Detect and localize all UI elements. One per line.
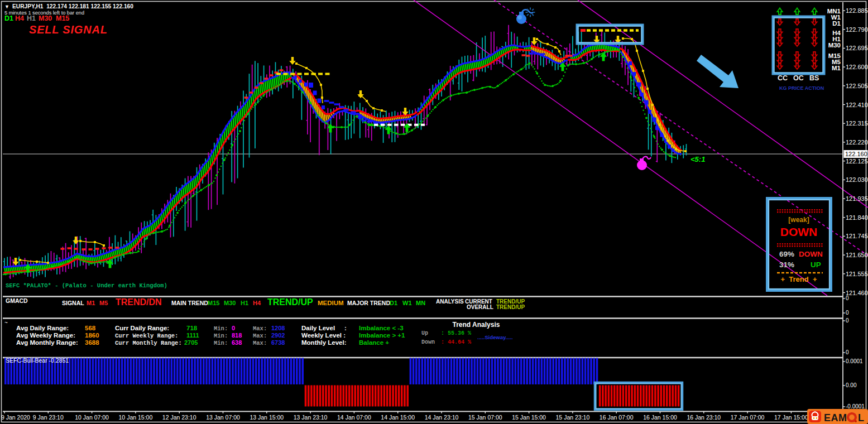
svg-text:Max:: Max: [253,340,267,346]
svg-text:SEFC-Bull-Bear -0.2851: SEFC-Bull-Bear -0.2851 [6,357,69,364]
svg-text:DOWN: DOWN [799,250,823,258]
svg-text:TREND/DN: TREND/DN [116,297,162,307]
svg-text:L: L [858,412,864,423]
svg-text:15 Jan 23:10: 15 Jan 23:10 [556,414,590,421]
svg-text:Balance +: Balance + [359,339,389,346]
svg-text:15 Jan 07:00: 15 Jan 07:00 [468,414,502,421]
svg-text:122.600: 122.600 [846,64,868,70]
svg-text:818: 818 [232,332,242,339]
svg-text:121.555: 121.555 [846,271,868,277]
svg-text:EURJPY,H1 122.174 122.181 122: EURJPY,H1 122.174 122.181 122.155 122.16… [12,3,133,9]
svg-text:122.220: 122.220 [846,139,868,146]
svg-text:DOWN: DOWN [780,225,818,238]
svg-text:121.935: 121.935 [846,195,868,202]
svg-text:0: 0 [232,325,235,331]
svg-text:M1: M1 [832,65,841,71]
svg-text:Imbalance < -3: Imbalance < -3 [359,325,404,331]
svg-text:Max:: Max: [253,333,267,339]
svg-text:: 55.36 %: : 55.36 % [441,330,471,336]
svg-text:13 Jan 15:00: 13 Jan 15:00 [250,414,284,421]
svg-text:122.410: 122.410 [846,102,868,108]
svg-text:10 Jan 07:00: 10 Jan 07:00 [75,414,109,421]
svg-text:2902: 2902 [271,332,285,339]
svg-text:MN: MN [416,300,425,306]
svg-text:UP: UP [811,261,821,269]
svg-text:SIGNAL: SIGNAL [62,300,84,306]
svg-text:GMACD: GMACD [6,297,28,304]
svg-text:Max:: Max: [253,325,267,332]
svg-text:SELL SIGNAL: SELL SIGNAL [29,23,108,36]
svg-text:0.0001: 0.0001 [846,358,863,364]
svg-text:13 Jan 07:00: 13 Jan 07:00 [206,414,240,421]
svg-text:15 Jan 15:00: 15 Jan 15:00 [512,414,546,421]
svg-text:H4: H4 [15,15,24,22]
svg-text:M30: M30 [224,300,236,306]
svg-text:1860: 1860 [85,332,99,339]
svg-text:121.840: 121.840 [846,214,868,221]
svg-text:BS: BS [809,74,819,82]
svg-text:9 Jan 2020: 9 Jan 2020 [1,414,30,421]
svg-text:568: 568 [85,325,96,331]
svg-text:MEDIUM: MEDIUM [318,300,344,306]
svg-text:M1: M1 [87,300,95,306]
svg-text:TREND/UP: TREND/UP [496,304,525,310]
svg-text:6738: 6738 [271,339,285,346]
svg-text:12 Jan 23:10: 12 Jan 23:10 [162,414,196,421]
svg-text:Curr Monthly Range:: Curr Monthly Range: [115,340,182,346]
svg-text:16 Jan 23:10: 16 Jan 23:10 [687,414,721,421]
svg-text:0: 0 [846,349,849,355]
svg-text:718: 718 [186,325,198,331]
svg-text:0: 0 [846,295,849,301]
svg-text:TREND/UP: TREND/UP [267,297,313,307]
svg-text:MAIN TREND: MAIN TREND [171,300,208,306]
svg-text:Avg Daily Range:: Avg Daily Range: [16,325,69,331]
svg-text:<5:1: <5:1 [690,155,705,163]
svg-text:M5: M5 [99,300,108,306]
svg-text:Min:: Min: [214,340,228,346]
svg-text:10 Jan 15:00: 10 Jan 15:00 [119,414,153,421]
svg-text:13 Jan 23:10: 13 Jan 23:10 [294,414,328,421]
svg-text:Avg Weekly Range:: Avg Weekly Range: [16,332,75,339]
svg-text:CC: CC [778,74,788,82]
svg-text:Min:: Min: [214,333,228,339]
svg-text:.....Sideway.....: .....Sideway..... [477,334,513,340]
svg-text:122.315: 122.315 [846,120,868,127]
svg-text:MAJOR TREND: MAJOR TREND [347,300,390,306]
svg-text:EAM: EAM [824,412,847,423]
svg-text:H1: H1 [241,300,248,306]
svg-text:D1: D1 [832,20,841,27]
svg-text:Trend Analysis: Trend Analysis [453,321,500,329]
svg-text:-0.0001: -0.0001 [846,403,865,409]
svg-text:M15: M15 [208,300,219,306]
svg-text:122.505: 122.505 [846,83,868,89]
svg-text:W1: W1 [402,300,412,306]
svg-text:122.695: 122.695 [846,45,868,51]
svg-text:9 Jan 23:10: 9 Jan 23:10 [33,414,64,421]
svg-text:Daily Level: Daily Level [301,325,335,331]
svg-text:122.125: 122.125 [846,158,868,165]
svg-text:H1: H1 [27,15,36,22]
svg-text:Curr Daily Range:: Curr Daily Range: [115,325,169,331]
svg-text:69%: 69% [779,250,794,258]
svg-text:1208: 1208 [271,325,285,331]
svg-text:14 Jan 07:00: 14 Jan 07:00 [337,414,371,421]
svg-text:OVERALL: OVERALL [467,304,493,310]
svg-text:D1: D1 [390,300,397,306]
svg-text:OC: OC [793,74,804,82]
svg-text:M30: M30 [828,42,841,49]
svg-text:0: 0 [846,310,849,316]
svg-text:Down: Down [421,339,435,345]
svg-text:▼: ▼ [4,4,9,9]
svg-text:D1: D1 [4,15,13,22]
svg-text:0.00: 0.00 [846,382,857,388]
svg-text:122.030: 122.030 [846,176,868,183]
svg-text:14 Jan 23:10: 14 Jan 23:10 [425,414,459,421]
svg-text:H4: H4 [253,300,261,306]
svg-text:17 Jan 15:00: 17 Jan 15:00 [774,414,808,421]
svg-text:122.885: 122.885 [846,7,868,14]
svg-text:Imbalance > +1: Imbalance > +1 [359,332,405,339]
svg-text:Monthly Level:: Monthly Level: [301,339,347,346]
svg-text:17 Jan 07:00: 17 Jan 07:00 [731,414,765,421]
svg-text:Weekly Level :: Weekly Level : [301,332,346,339]
svg-text:31%: 31% [779,261,794,269]
